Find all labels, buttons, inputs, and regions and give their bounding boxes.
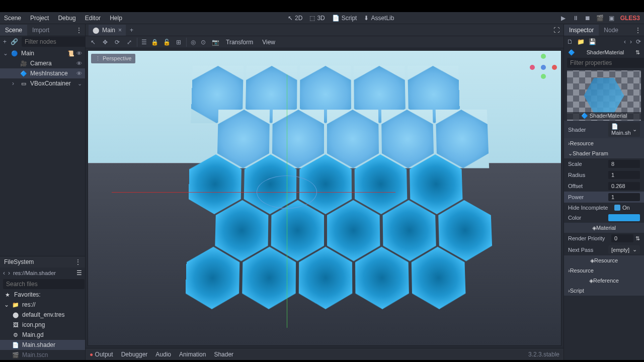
file-item[interactable]: 🎬 Main.tscn xyxy=(0,350,85,360)
chevron-down-icon[interactable]: ⌄ xyxy=(632,126,637,133)
new-resource-icon[interactable]: 🗋 xyxy=(567,38,573,45)
prop-offset[interactable]: Offset 0.268 xyxy=(564,180,644,192)
color-swatch[interactable] xyxy=(608,214,640,221)
tab-assetlib[interactable]: ⬇ AssetLib xyxy=(364,15,394,22)
spinner-icon[interactable]: ⇅ xyxy=(633,235,640,242)
tree-node-vbox[interactable]: › ▭ VBoxContainer ⌄ xyxy=(0,78,85,88)
scene-tab-main[interactable]: ⬤ Main × xyxy=(89,25,126,36)
bottom-animation[interactable]: Animation xyxy=(179,351,206,358)
prop-scale[interactable]: Scale 8 xyxy=(564,158,644,169)
tab-2d[interactable]: ↖ 2D xyxy=(288,15,302,22)
tab-3d[interactable]: ⬚ 3D xyxy=(309,15,325,22)
expand-icon[interactable]: ⇅ xyxy=(635,49,640,56)
group-icon[interactable]: ⊞ xyxy=(174,38,183,47)
tab-inspector[interactable]: Inspector xyxy=(564,25,599,36)
y-axis-dot[interactable] xyxy=(541,54,546,59)
file-item[interactable]: ⬤ default_env.tres xyxy=(0,310,85,320)
prop-next-pass[interactable]: Next Pass [empty]⌄ xyxy=(564,244,644,255)
rotate-tool-icon[interactable]: ⟳ xyxy=(113,38,122,47)
play-scene-icon[interactable]: 🎬 xyxy=(596,15,603,22)
rotation-gizmo[interactable] xyxy=(257,175,317,209)
chevron-down-icon[interactable]: ⌄ xyxy=(3,50,8,57)
add-tab-icon[interactable]: + xyxy=(126,27,137,34)
x-axis-dot[interactable] xyxy=(552,65,557,70)
tab-script[interactable]: 📄 Script xyxy=(332,15,357,22)
tab-node[interactable]: Node xyxy=(599,25,623,36)
prop-color[interactable]: Color xyxy=(564,213,644,223)
stop-icon[interactable]: ⏹ xyxy=(584,15,591,22)
view-mode-icon[interactable]: ☰ xyxy=(76,269,82,277)
link-icon[interactable]: 🔗 xyxy=(11,38,18,45)
panel-menu-icon[interactable]: ⋮ xyxy=(73,27,85,34)
bottom-debugger[interactable]: Debugger xyxy=(121,351,148,358)
view-menu[interactable]: View xyxy=(259,39,278,46)
distraction-free-icon[interactable]: ⛶ xyxy=(549,27,564,34)
orientation-gizmo[interactable] xyxy=(530,54,558,82)
chevron-down-icon[interactable]: ⌄ xyxy=(4,301,9,308)
prop-hide-incomplete[interactable]: Hide Incomplete On xyxy=(564,203,644,213)
save-resource-icon[interactable]: 💾 xyxy=(589,38,596,45)
breadcrumb[interactable]: ShaderMaterial xyxy=(587,49,624,55)
visibility-icon[interactable]: ⌄ xyxy=(77,80,82,87)
group-shader-param[interactable]: ⌄ Shader Param xyxy=(564,148,644,158)
visibility-icon[interactable]: 👁 xyxy=(76,60,82,66)
menu-help[interactable]: Help xyxy=(110,15,122,22)
back-icon[interactable]: ‹ xyxy=(3,269,5,277)
group-resource[interactable]: › Resource xyxy=(564,138,644,148)
tree-node-main[interactable]: ⌄ 🔵 Main 📜👁 xyxy=(0,48,85,58)
menu-scene[interactable]: Scene xyxy=(4,15,21,22)
group-script[interactable]: › Script xyxy=(564,286,644,296)
chevron-down-icon[interactable]: ⌄ xyxy=(632,246,637,253)
forward-icon[interactable]: › xyxy=(8,269,10,277)
history-back-icon[interactable]: ‹ xyxy=(624,38,626,45)
list-tool-icon[interactable]: ☰ xyxy=(137,38,147,47)
file-item[interactable]: 📄 Main.shader xyxy=(0,340,85,350)
prop-radius[interactable]: Radius 1 xyxy=(564,169,644,180)
panel-menu-icon[interactable]: ⋮ xyxy=(632,27,644,34)
3d-viewport[interactable]: ⋮Perspective xyxy=(88,50,561,346)
checkbox-icon[interactable] xyxy=(614,205,620,211)
load-resource-icon[interactable]: 📁 xyxy=(577,38,585,45)
tab-import-panel[interactable]: Import xyxy=(27,25,54,36)
menu-debug[interactable]: Debug xyxy=(58,15,75,22)
file-item[interactable]: ⚙ Main.gd xyxy=(0,330,85,340)
visibility-icon[interactable]: 👁 xyxy=(76,50,82,57)
add-node-icon[interactable]: + xyxy=(3,38,7,45)
play-custom-icon[interactable]: ▣ xyxy=(608,15,615,22)
tree-node-meshinstance[interactable]: 🔷 MeshInstance 👁 xyxy=(0,68,85,78)
panel-menu-icon[interactable]: ⋮ xyxy=(75,258,81,265)
folder-root[interactable]: ⌄ 📁 res:// xyxy=(0,300,85,310)
prop-power[interactable]: Power 1 xyxy=(564,192,644,203)
close-icon[interactable]: × xyxy=(118,27,122,34)
play-icon[interactable]: ▶ xyxy=(560,15,567,22)
group-resource2[interactable]: › Resource xyxy=(564,265,644,276)
tree-node-camera[interactable]: 🎥 Camera 👁 xyxy=(0,58,85,68)
camera-override-icon[interactable]: 📷 xyxy=(211,38,220,47)
pause-icon[interactable]: ⏸ xyxy=(572,15,579,22)
bottom-output[interactable]: Output xyxy=(90,351,113,358)
tab-scene-panel[interactable]: Scene xyxy=(0,25,27,36)
material-preview[interactable]: 🔷 ShaderMaterial xyxy=(567,70,641,121)
select-tool-icon[interactable]: ↖ xyxy=(89,38,98,47)
transform-menu[interactable]: Transform xyxy=(223,39,256,46)
prop-shader[interactable]: Shader 📄 Main.sh⌄ xyxy=(564,121,644,138)
bottom-audio[interactable]: Audio xyxy=(155,351,171,358)
visibility-icon[interactable]: 👁 xyxy=(76,70,82,76)
perspective-button[interactable]: ⋮Perspective xyxy=(91,54,135,63)
menu-project[interactable]: Project xyxy=(30,15,49,22)
file-item[interactable]: 🖼 icon.png xyxy=(0,320,85,330)
neg-x-dot[interactable] xyxy=(530,65,535,70)
bottom-shader[interactable]: Shader xyxy=(214,351,233,358)
neg-y-dot[interactable] xyxy=(541,74,546,79)
snap-icon[interactable]: ⊙ xyxy=(199,38,208,47)
filesystem-search-input[interactable] xyxy=(3,279,85,289)
local-space-icon[interactable]: ◎ xyxy=(186,38,196,47)
renderer-label[interactable]: GLES3 xyxy=(620,15,640,22)
z-axis-dot[interactable] xyxy=(541,65,546,70)
unlock-icon[interactable]: 🔓 xyxy=(162,38,171,47)
filter-properties-input[interactable] xyxy=(567,58,644,68)
menu-editor[interactable]: Editor xyxy=(85,15,101,22)
scale-tool-icon[interactable]: ⤢ xyxy=(125,38,134,47)
script-attached-icon[interactable]: 📜 xyxy=(67,50,74,57)
move-tool-icon[interactable]: ✥ xyxy=(101,38,110,47)
